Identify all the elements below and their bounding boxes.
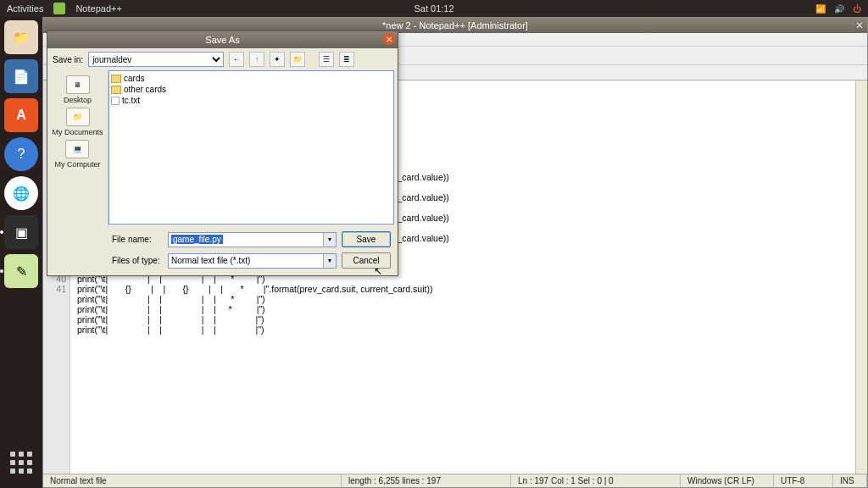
file-list-item[interactable]: tc.txt — [111, 95, 392, 106]
activities-button[interactable]: Activities — [7, 3, 43, 14]
folder-icon — [111, 75, 121, 83]
nav-back-icon[interactable]: ← — [229, 52, 244, 67]
file-list-label: tc.txt — [122, 96, 140, 105]
launcher-files[interactable]: 📁 — [4, 20, 38, 54]
nav-new-folder-icon[interactable]: ✦ — [270, 52, 285, 67]
dialog-titlebar[interactable]: Save As ✕ — [47, 31, 398, 48]
chevron-down-icon[interactable]: ▾ — [323, 233, 336, 247]
save-in-select[interactable]: journaldev — [88, 52, 224, 67]
save-button[interactable]: Save — [342, 231, 391, 247]
filetype-select[interactable]: Normal text file (*.txt) ▾ — [168, 253, 337, 269]
launcher-dock: 📁 📄 A ? 🌐 ▣ ✎ — [0, 17, 42, 488]
status-eol: Windows (CR LF) — [681, 474, 774, 487]
launcher-help[interactable]: ? — [4, 137, 38, 171]
file-list-item[interactable]: cards — [111, 73, 392, 84]
launcher-writer[interactable]: 📄 — [4, 59, 38, 93]
file-list-item[interactable]: other cards — [111, 84, 392, 95]
places-sidebar: 🖥 Desktop 📁 My Documents 💻 My Computer — [47, 70, 108, 228]
dialog-close-icon[interactable]: ✕ — [383, 33, 395, 45]
filetype-label: Files of type: — [112, 256, 163, 265]
gnome-topbar: Activities Notepad++ Sat 01:12 — [0, 0, 868, 17]
cancel-button[interactable]: Cancel — [342, 252, 391, 269]
statusbar: Normal text file length : 6,255 lines : … — [43, 474, 867, 487]
status-lang: Normal text file — [43, 474, 342, 487]
network-icon[interactable] — [815, 3, 826, 14]
power-icon[interactable] — [853, 3, 861, 14]
filename-input[interactable]: game_file.py ▾ — [168, 232, 337, 247]
desktop-icon: 🖥 — [66, 75, 90, 94]
window-title: *new 2 - Notepad++ [Administrator] — [382, 20, 528, 30]
folder-icon — [111, 86, 121, 94]
clock[interactable]: Sat 01:12 — [414, 3, 453, 14]
status-position: Ln : 197 Col : 1 Sel : 0 | 0 — [511, 474, 681, 487]
place-documents[interactable]: 📁 My Documents — [52, 108, 103, 136]
save-in-label: Save in: — [53, 55, 83, 64]
launcher-terminal[interactable]: ▣ — [4, 215, 38, 249]
status-length: length : 6,255 lines : 197 — [342, 474, 511, 487]
launcher-chrome[interactable]: 🌐 — [4, 176, 38, 210]
vertical-scrollbar[interactable] — [855, 80, 867, 474]
app-indicator-label[interactable]: Notepad++ — [75, 3, 121, 14]
documents-icon: 📁 — [66, 108, 90, 126]
file-list-label: cards — [124, 74, 144, 83]
view-list-icon[interactable]: ☰ — [319, 52, 334, 67]
view-details-icon[interactable]: ≣ — [339, 52, 354, 67]
window-close-icon[interactable]: ✕ — [855, 19, 864, 31]
status-encoding: UTF-8 — [774, 474, 833, 487]
place-computer[interactable]: 💻 My Computer — [54, 140, 100, 169]
save-as-dialog: Save As ✕ Save in: journaldev ← ↑ ✦ 📁 ☰ … — [47, 30, 398, 276]
launcher-software[interactable]: A — [4, 98, 38, 132]
nav-up-icon[interactable]: ↑ — [249, 52, 264, 67]
launcher-notepadpp[interactable]: ✎ — [4, 254, 38, 288]
place-desktop[interactable]: 🖥 Desktop — [64, 75, 92, 104]
file-list-label: other cards — [124, 85, 166, 94]
launcher-apps-grid[interactable] — [4, 446, 38, 480]
filename-label: File name: — [112, 235, 163, 244]
chevron-down-icon[interactable]: ▾ — [323, 254, 336, 268]
nav-folder-icon[interactable]: 📁 — [290, 52, 305, 67]
app-indicator-icon[interactable] — [53, 3, 65, 14]
file-list[interactable]: cardsother cardstc.txt — [108, 70, 394, 225]
dialog-title: Save As — [205, 35, 239, 45]
computer-icon: 💻 — [65, 140, 89, 158]
volume-icon[interactable] — [834, 3, 844, 14]
status-mode: INS — [833, 474, 867, 487]
file-icon — [111, 97, 120, 105]
